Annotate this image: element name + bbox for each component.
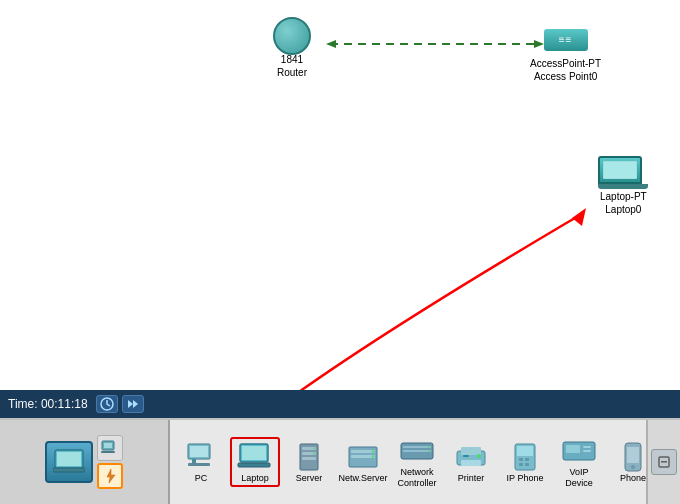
end-devices-category[interactable]	[97, 435, 123, 461]
svg-point-27	[313, 447, 315, 449]
device-network-controller[interactable]: NetworkController	[392, 433, 442, 491]
svg-rect-17	[190, 446, 208, 457]
svg-rect-45	[517, 446, 533, 456]
printer-label: Printer	[458, 473, 485, 484]
svg-rect-14	[101, 451, 115, 453]
svg-point-33	[372, 455, 374, 457]
lightning-category[interactable]	[97, 463, 123, 489]
svg-rect-21	[242, 446, 266, 460]
svg-rect-52	[583, 446, 591, 448]
device-printer[interactable]: Printer	[446, 439, 496, 486]
device-server[interactable]: Server	[284, 439, 334, 486]
network-controller-icon	[398, 435, 436, 467]
svg-rect-46	[519, 458, 523, 461]
time-display: Time: 00:11:18	[8, 397, 88, 411]
device-ip-phone[interactable]: IP Phone	[500, 439, 550, 486]
svg-rect-35	[403, 446, 431, 448]
ip-phone-icon	[506, 441, 544, 473]
panel-collapse-button[interactable]	[651, 449, 677, 475]
device-toolbar: PC Laptop	[0, 418, 680, 504]
laptop-icon	[603, 155, 643, 190]
svg-marker-1	[326, 40, 336, 48]
selected-device-icon	[45, 441, 93, 483]
pc-label: PC	[195, 473, 208, 484]
router-node[interactable]: 1841 Router	[272, 18, 312, 79]
laptop-node[interactable]: Laptop-PT Laptop0	[600, 155, 647, 216]
realtime-button[interactable]	[96, 395, 118, 413]
svg-rect-26	[302, 457, 316, 460]
access-point-icon: ≡≡	[546, 22, 586, 57]
svg-point-37	[428, 446, 430, 448]
svg-point-38	[428, 450, 430, 452]
device-voip[interactable]: VoIPDevice	[554, 433, 604, 491]
pc-icon	[182, 441, 220, 473]
device-category-panel	[0, 420, 170, 504]
svg-point-28	[313, 452, 315, 454]
svg-rect-10	[57, 452, 81, 466]
device-list: PC Laptop	[170, 420, 646, 504]
svg-rect-51	[566, 445, 580, 453]
svg-rect-53	[583, 450, 591, 452]
laptop-toolbar-icon	[236, 441, 274, 473]
ip-phone-label: IP Phone	[507, 473, 544, 484]
access-point-label: AccessPoint-PT Access Point0	[530, 57, 601, 83]
voip-icon	[560, 435, 598, 467]
svg-rect-42	[463, 455, 469, 457]
simulation-toolbar: Time: 00:11:18	[0, 390, 680, 418]
svg-rect-55	[627, 447, 639, 463]
svg-rect-47	[525, 458, 529, 461]
svg-rect-69	[661, 461, 667, 463]
svg-rect-13	[104, 443, 112, 448]
router-icon	[272, 18, 312, 53]
panel-right	[646, 420, 680, 504]
device-network-server[interactable]: Netw.Server	[338, 439, 388, 486]
access-point-node[interactable]: ≡≡ AccessPoint-PT Access Point0	[530, 22, 601, 83]
laptop-label: Laptop	[241, 473, 269, 484]
svg-rect-22	[238, 463, 270, 467]
svg-rect-31	[351, 455, 375, 458]
svg-point-32	[372, 450, 374, 452]
svg-rect-19	[188, 463, 210, 466]
phone-label: Phone	[620, 473, 646, 484]
svg-rect-40	[461, 447, 481, 455]
svg-rect-18	[192, 459, 196, 463]
network-server-label: Netw.Server	[338, 473, 387, 484]
svg-rect-30	[351, 450, 375, 453]
svg-rect-41	[461, 460, 481, 466]
svg-marker-8	[133, 400, 138, 408]
laptop-label: Laptop-PT Laptop0	[600, 190, 647, 216]
time-label: Time: 00:11:18	[8, 397, 88, 411]
svg-point-43	[477, 454, 481, 458]
network-server-icon	[344, 441, 382, 473]
svg-marker-15	[107, 469, 115, 483]
svg-marker-3	[572, 208, 586, 226]
server-label: Server	[296, 473, 323, 484]
svg-rect-11	[53, 468, 85, 472]
device-laptop[interactable]: Laptop	[230, 437, 280, 488]
server-icon	[290, 441, 328, 473]
voip-label: VoIPDevice	[565, 467, 593, 489]
svg-rect-48	[519, 463, 523, 466]
device-pc[interactable]: PC	[176, 439, 226, 486]
network-canvas: 1841 Router ≡≡ AccessPoint-PT Access Poi…	[0, 0, 680, 390]
phone-icon	[614, 441, 646, 473]
svg-marker-7	[128, 400, 133, 408]
router-label: 1841 Router	[277, 53, 307, 79]
network-controller-label: NetworkController	[397, 467, 436, 489]
svg-rect-49	[525, 463, 529, 466]
printer-icon	[452, 441, 490, 473]
device-phone[interactable]: Phone	[608, 439, 646, 486]
svg-point-56	[631, 465, 635, 469]
svg-rect-36	[403, 450, 431, 452]
fast-forward-button[interactable]	[122, 395, 144, 413]
